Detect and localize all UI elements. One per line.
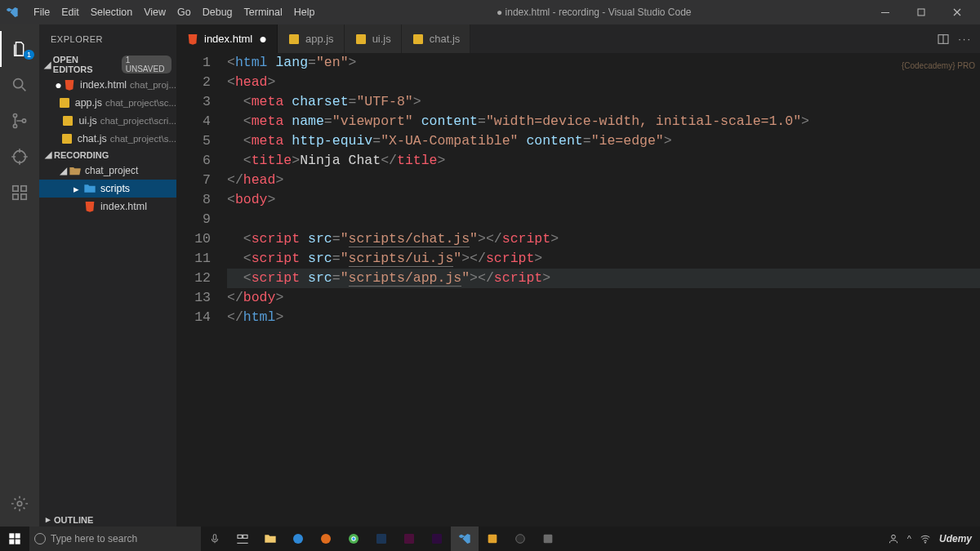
window-controls — [867, 0, 975, 24]
line-number: 3 — [176, 92, 211, 112]
folder-scripts[interactable]: ▸ scripts — [39, 180, 176, 198]
activity-extensions-button[interactable] — [0, 175, 39, 211]
code-line[interactable]: <meta http-equiv="X-UA-Compatible" conte… — [227, 131, 980, 151]
svg-rect-16 — [356, 34, 366, 44]
tray-brand-label: Udemy — [939, 533, 972, 544]
outline-pane-header[interactable]: ▸ OUTLINE — [39, 513, 176, 527]
tab-label: app.js — [305, 33, 334, 45]
html-file-icon — [186, 33, 199, 46]
activity-explorer-button[interactable]: 1 — [0, 31, 39, 67]
tab-index-html[interactable]: index.html● — [176, 24, 278, 53]
html-file-icon — [83, 200, 96, 213]
open-editor-item[interactable]: chat.jschat_project\s... — [39, 130, 176, 148]
folder-chat-project[interactable]: ◢ chat_project — [39, 162, 176, 180]
svg-rect-23 — [213, 535, 216, 540]
file-label: chat.js — [78, 133, 107, 144]
search-icon — [34, 533, 46, 544]
taskbar-edge-icon[interactable] — [284, 527, 312, 551]
open-editor-item[interactable]: app.jschat_project\sc... — [39, 94, 176, 112]
menu-help[interactable]: Help — [288, 7, 321, 18]
cortana-mic-button[interactable] — [201, 527, 229, 551]
svg-rect-32 — [404, 534, 414, 544]
folder-label: chat_project — [85, 165, 138, 176]
tab-chat-js[interactable]: chat.js — [402, 24, 471, 53]
search-placeholder: Type here to search — [51, 533, 137, 544]
code-line[interactable]: <title>Ninja Chat</title> — [227, 151, 980, 171]
project-pane-header[interactable]: ◢ RECORDING — [39, 148, 176, 162]
line-number: 6 — [176, 151, 211, 171]
line-number: 14 — [176, 308, 211, 327]
vscode-logo-icon — [5, 5, 20, 20]
windows-taskbar: Type here to search ^ Udemy — [0, 527, 980, 551]
tray-chevron-up-icon[interactable]: ^ — [907, 534, 911, 544]
window-close-button[interactable] — [939, 0, 975, 24]
file-index-html[interactable]: index.html — [39, 198, 176, 216]
svg-point-3 — [13, 113, 16, 117]
taskbar-firefox-icon[interactable] — [312, 527, 340, 551]
code-line[interactable]: <head> — [227, 73, 980, 92]
svg-rect-15 — [289, 34, 299, 44]
menu-go[interactable]: Go — [172, 7, 197, 18]
open-editor-item[interactable]: ●index.htmlchat_proj... — [39, 76, 176, 94]
code-line[interactable]: <meta charset="UTF-8"> — [227, 92, 980, 112]
svg-rect-12 — [60, 98, 69, 108]
window-title: ● index.html - recording - Visual Studio… — [497, 7, 691, 18]
project-name-label: RECORDING — [54, 150, 109, 160]
open-editor-item[interactable]: ui.jschat_project\scri... — [39, 112, 176, 130]
tray-wifi-icon[interactable] — [920, 533, 931, 544]
svg-rect-33 — [432, 534, 442, 544]
activity-source-control-button[interactable] — [0, 103, 39, 139]
svg-point-11 — [17, 501, 22, 506]
svg-rect-7 — [13, 186, 18, 191]
tray-people-icon[interactable] — [888, 533, 899, 544]
window-maximize-button[interactable] — [903, 0, 939, 24]
taskbar-obs-icon[interactable] — [506, 527, 534, 551]
activity-search-button[interactable] — [0, 67, 39, 103]
svg-point-37 — [891, 535, 895, 539]
code-line[interactable]: <script src="scripts/ui.js"></script> — [227, 249, 980, 269]
task-view-button[interactable] — [229, 527, 256, 551]
sidebar-explorer: EXPLORER ◢ OPEN EDITORS 1 UNSAVED ●index… — [39, 24, 176, 527]
line-number: 2 — [176, 73, 211, 92]
svg-point-27 — [321, 534, 331, 544]
open-editors-header[interactable]: ◢ OPEN EDITORS 1 UNSAVED — [39, 53, 176, 76]
activity-settings-button[interactable] — [0, 486, 39, 522]
taskbar-chrome-icon[interactable] — [340, 527, 368, 551]
menu-selection[interactable]: Selection — [85, 7, 138, 18]
taskbar-tray: ^ Udemy — [888, 533, 980, 544]
code-line[interactable]: </html> — [227, 308, 980, 327]
tab-ui-js[interactable]: ui.js — [345, 24, 402, 53]
code-line[interactable]: <script src="scripts/app.js"></script> — [227, 269, 980, 288]
code-line[interactable]: </head> — [227, 171, 980, 190]
more-actions-button[interactable]: ··· — [958, 33, 972, 45]
taskbar-generic-icon[interactable] — [534, 527, 562, 551]
menu-debug[interactable]: Debug — [197, 7, 238, 18]
start-button[interactable] — [0, 527, 29, 551]
taskbar-search[interactable]: Type here to search — [29, 527, 201, 551]
code-line[interactable]: <html lang="en"> — [227, 53, 980, 73]
menu-edit[interactable]: Edit — [56, 7, 85, 18]
code-line[interactable]: </body> — [227, 288, 980, 308]
code-line[interactable]: <meta name="viewport" content="width=dev… — [227, 112, 980, 131]
window-minimize-button[interactable] — [867, 0, 903, 24]
tab-label: chat.js — [430, 33, 461, 45]
split-editor-button[interactable] — [937, 33, 950, 46]
taskbar-explorer-icon[interactable] — [256, 527, 284, 551]
taskbar-vscode-icon[interactable] — [451, 527, 479, 551]
tab-app-js[interactable]: app.js — [278, 24, 345, 53]
code-lines[interactable]: {Codecademy} PRO <html lang="en"><head> … — [227, 53, 980, 527]
code-line[interactable] — [227, 210, 980, 229]
activity-debug-button[interactable] — [0, 139, 39, 175]
code-line[interactable]: <body> — [227, 190, 980, 210]
code-line[interactable]: <script src="scripts/chat.js"></script> — [227, 229, 980, 249]
taskbar-premiere-icon[interactable] — [423, 527, 451, 551]
menu-view[interactable]: View — [138, 7, 172, 18]
svg-rect-20 — [16, 533, 20, 538]
menu-terminal[interactable]: Terminal — [238, 7, 288, 18]
taskbar-sublime-icon[interactable] — [479, 527, 506, 551]
menu-file[interactable]: File — [28, 7, 56, 18]
svg-point-26 — [293, 534, 303, 544]
taskbar-photoshop-icon[interactable] — [368, 527, 395, 551]
editor-body[interactable]: 1234567891011121314 {Codecademy} PRO <ht… — [176, 53, 980, 527]
taskbar-xd-icon[interactable] — [395, 527, 423, 551]
